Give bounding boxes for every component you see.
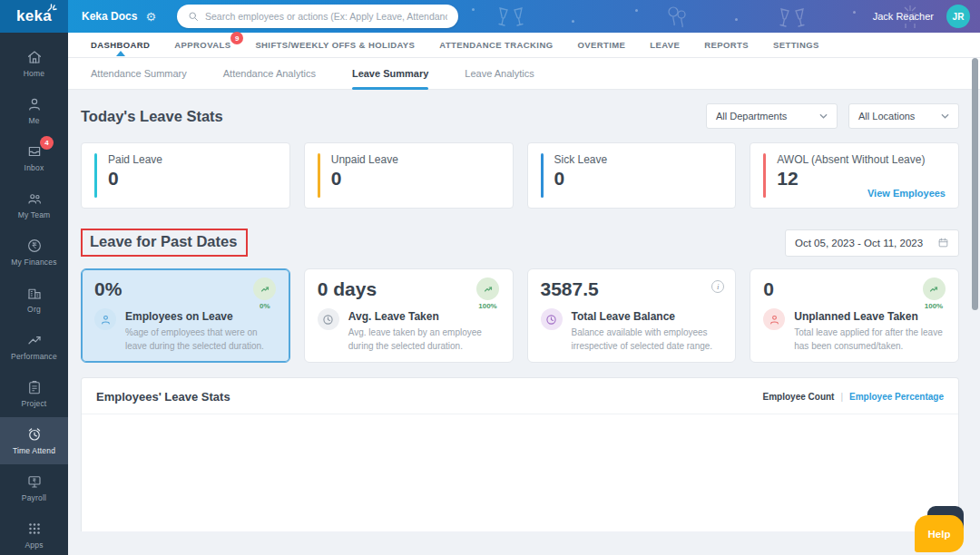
help-button-label: Help <box>928 529 951 540</box>
cheers-glasses-decoration-icon <box>495 5 527 30</box>
sidebar-item-label: Org <box>27 305 41 314</box>
sidebar-item-label: Time Attend <box>13 446 55 455</box>
sidebar-item-label: Home <box>24 69 44 78</box>
sidebar-item-home[interactable]: Home <box>0 40 68 87</box>
unplanned-leave-taken-card[interactable]: 0 100% Unplanned Leave Taken Total leave… <box>750 268 959 363</box>
tab-leave[interactable]: LEAVE <box>650 40 680 50</box>
sidebar-item-time-attend[interactable]: Time Attend <box>0 417 68 464</box>
global-search[interactable] <box>177 5 458 28</box>
sidebar-item-label: Inbox <box>24 163 44 172</box>
active-tab-pointer <box>116 51 125 56</box>
sidebar-item-label: My Finances <box>11 258 56 267</box>
trend-indicator: 100% <box>919 278 948 310</box>
total-leave-balance-card[interactable]: 3587.5 i Total Leave Balance Balance ava… <box>527 268 737 363</box>
user-cluster: Jack Reacher JR <box>873 0 970 33</box>
sidebar-item-inbox[interactable]: 4 Inbox <box>0 134 68 181</box>
subtab-leave-analytics[interactable]: Leave Analytics <box>465 58 534 90</box>
clipboard-icon <box>26 379 43 395</box>
employee-count-toggle[interactable]: Employee Count <box>763 392 835 402</box>
trend-up-icon <box>923 278 946 300</box>
departments-select[interactable]: All Departments <box>706 103 838 129</box>
workspace-switcher[interactable]: Keka Docs ⚙ <box>82 10 156 23</box>
sidebar-item-label: Performance <box>11 352 57 361</box>
tab-shifts-weekly-offs-holidays[interactable]: SHIFTS/WEEKLY OFFS & HOLIDAYS <box>255 40 415 50</box>
home-icon <box>26 49 43 65</box>
clock-icon <box>318 308 339 330</box>
tab-reports[interactable]: REPORTS <box>704 40 749 50</box>
stat-title: Unplanned Leave Taken <box>794 310 947 323</box>
stat-title: Employees on Leave <box>125 310 279 323</box>
past-dates-title: Leave for Past Dates <box>90 233 237 249</box>
confetti-dot <box>572 20 574 23</box>
employees-on-leave-card[interactable]: 0% 0% Employees on Leave %age of employe… <box>81 268 290 363</box>
locations-select-value: All Locations <box>858 111 915 122</box>
card-label: Sick Leave <box>554 153 608 166</box>
subtab-leave-summary[interactable]: Leave Summary <box>352 58 428 90</box>
sidebar-item-performance[interactable]: Performance <box>0 323 68 370</box>
employee-percentage-toggle[interactable]: Employee Percentage <box>849 392 944 402</box>
sidebar-item-payroll[interactable]: Payroll <box>0 464 68 511</box>
sidebar: Home Me 4 Inbox My Team My Finances Org … <box>0 33 68 555</box>
accent-bar <box>318 153 320 198</box>
stat-description: %age of employees that were on leave dur… <box>125 326 279 353</box>
trend-percentage: 0% <box>260 302 270 310</box>
rupee-circle-icon <box>26 238 43 254</box>
search-icon <box>188 11 199 22</box>
stat-body: Avg. Leave Taken Avg. leave taken by an … <box>318 308 502 353</box>
confetti-dot <box>735 18 738 21</box>
stat-title: Total Leave Balance <box>572 310 725 323</box>
gear-icon[interactable]: ⚙ <box>145 11 156 23</box>
sidebar-item-my-team[interactable]: My Team <box>0 181 68 229</box>
tab-label: APPROVALS <box>174 40 230 50</box>
sidebar-item-me[interactable]: Me <box>0 87 68 134</box>
sidebar-item-label: Project <box>22 399 47 408</box>
vertical-scrollbar[interactable] <box>972 58 978 310</box>
count-percentage-toggle: Employee Count | Employee Percentage <box>763 392 944 402</box>
sidebar-item-project[interactable]: Project <box>0 370 68 417</box>
annotation-highlight-box: Leave for Past Dates <box>81 229 248 257</box>
stat-body: Employees on Leave %age of employees tha… <box>94 308 279 353</box>
sidebar-item-label: My Team <box>18 210 51 219</box>
card-label: Unpaid Leave <box>331 153 398 166</box>
clock-icon <box>541 308 563 330</box>
tab-approvals[interactable]: APPROVALS 9 <box>174 40 230 50</box>
tab-overtime[interactable]: OVERTIME <box>577 40 625 50</box>
tab-attendance-tracking[interactable]: ATTENDANCE TRACKING <box>439 40 553 50</box>
sick-leave-card: Sick Leave 0 <box>527 142 737 209</box>
sidebar-item-label: Apps <box>24 540 43 550</box>
chevron-down-icon <box>941 113 949 119</box>
balloons-decoration-icon <box>667 5 687 31</box>
paid-leave-card: Paid Leave 0 <box>81 142 290 209</box>
payroll-monitor-icon <box>26 473 43 490</box>
sidebar-item-org[interactable]: Org <box>0 276 68 323</box>
sidebar-item-apps[interactable]: Apps <box>0 511 68 555</box>
sidebar-item-my-finances[interactable]: My Finances <box>0 229 68 276</box>
search-input[interactable] <box>205 11 447 22</box>
avg-leave-taken-card[interactable]: 0 days 100% Avg. Leave Taken Avg. leave … <box>304 268 514 363</box>
avatar[interactable]: JR <box>946 5 970 28</box>
stat-description: Total leave applied for after the leave … <box>794 326 947 353</box>
view-employees-link[interactable]: View Employees <box>867 188 946 199</box>
subtab-attendance-analytics[interactable]: Attendance Analytics <box>223 58 316 90</box>
tab-settings[interactable]: SETTINGS <box>773 40 819 50</box>
tab-label: DASHBOARD <box>91 40 150 50</box>
help-button[interactable]: Help <box>915 515 964 552</box>
apps-grid-icon <box>26 521 43 537</box>
card-value: 12 <box>777 168 925 190</box>
main-content: Today's Leave Stats All Departments All … <box>68 90 980 555</box>
tab-dashboard[interactable]: DASHBOARD <box>91 40 150 50</box>
today-leave-cards: Paid Leave 0 Unpaid Leave 0 Sick Leave 0 <box>81 142 959 209</box>
card-value: 0 <box>331 168 398 190</box>
locations-select[interactable]: All Locations <box>848 103 959 129</box>
date-range-picker[interactable]: Oct 05, 2023 - Oct 11, 2023 <box>785 229 959 257</box>
keka-logo[interactable]: keka <box>0 0 68 33</box>
stat-body: Total Leave Balance Balance available wi… <box>541 308 725 353</box>
employees-icon <box>94 308 116 330</box>
stat-value: 3587.5 <box>541 278 725 300</box>
subtab-attendance-summary[interactable]: Attendance Summary <box>91 58 187 90</box>
confetti-dot <box>472 8 475 11</box>
filters: All Departments All Locations <box>706 103 959 129</box>
accent-bar <box>763 153 766 198</box>
past-dates-cards: 0% 0% Employees on Leave %age of employe… <box>81 268 959 363</box>
person-icon <box>26 96 43 112</box>
